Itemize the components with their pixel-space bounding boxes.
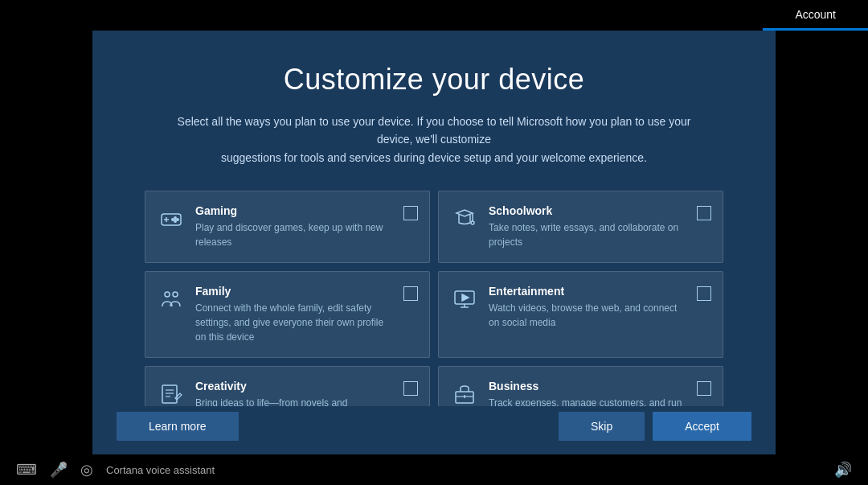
svg-marker-14	[462, 294, 469, 301]
svg-point-9	[165, 292, 170, 297]
volume-icon[interactable]: 🔊	[834, 461, 852, 479]
keyboard-icon[interactable]: ⌨	[16, 461, 37, 479]
schoolwork-content: Schoolwork Take notes, write essays, and…	[489, 204, 687, 249]
creativity-checkbox[interactable]	[403, 381, 418, 396]
main-panel: Customize your device Select all the way…	[92, 31, 776, 454]
microphone-icon[interactable]: 🎤	[50, 461, 68, 479]
cortana-icon[interactable]: ◎	[80, 461, 93, 479]
card-gaming[interactable]: Gaming Play and discover games, keep up …	[145, 191, 430, 263]
creativity-title: Creativity	[195, 380, 394, 393]
svg-point-3	[174, 217, 176, 219]
gaming-content: Gaming Play and discover games, keep up …	[195, 204, 394, 249]
top-bar: Account	[0, 0, 868, 31]
learn-more-button[interactable]: Learn more	[117, 412, 239, 441]
card-family[interactable]: Family Connect with the whole family, ed…	[145, 271, 430, 358]
page-title: Customize your device	[284, 63, 585, 97]
svg-rect-15	[162, 385, 177, 403]
schoolwork-icon	[450, 204, 479, 233]
bottom-area: Learn more Skip Accept	[92, 406, 776, 454]
entertainment-content: Entertainment Watch videos, browse the w…	[489, 285, 687, 330]
account-tab[interactable]: Account	[763, 0, 868, 31]
svg-point-5	[174, 220, 176, 222]
entertainment-title: Entertainment	[489, 285, 687, 298]
family-checkbox[interactable]	[403, 286, 418, 301]
business-checkbox[interactable]	[697, 381, 711, 396]
entertainment-desc: Watch videos, browse the web, and connec…	[489, 301, 687, 330]
svg-point-6	[172, 219, 174, 220]
family-content: Family Connect with the whole family, ed…	[195, 285, 394, 344]
page-subtitle: Select all the ways you plan to use your…	[161, 113, 707, 166]
skip-button[interactable]: Skip	[559, 412, 645, 441]
card-schoolwork[interactable]: Schoolwork Take notes, write essays, and…	[438, 191, 723, 263]
entertainment-checkbox[interactable]	[697, 286, 711, 301]
schoolwork-title: Schoolwork	[489, 204, 687, 217]
gaming-title: Gaming	[195, 204, 394, 217]
family-icon	[157, 285, 186, 314]
schoolwork-checkbox[interactable]	[697, 206, 711, 220]
gaming-desc: Play and discover games, keep up with ne…	[195, 220, 394, 249]
business-title: Business	[489, 380, 687, 393]
gaming-icon	[157, 204, 186, 233]
card-entertainment[interactable]: Entertainment Watch videos, browse the w…	[438, 271, 723, 358]
business-icon	[450, 380, 479, 409]
accept-button[interactable]: Accept	[653, 412, 751, 441]
creativity-icon	[157, 380, 186, 409]
cards-grid: Gaming Play and discover games, keep up …	[145, 191, 723, 438]
cortana-label: Cortana voice assistant	[106, 464, 215, 476]
entertainment-icon	[450, 285, 479, 314]
schoolwork-desc: Take notes, write essays, and collaborat…	[489, 220, 687, 249]
svg-point-4	[177, 219, 178, 220]
family-desc: Connect with the whole family, edit safe…	[195, 301, 394, 344]
family-title: Family	[195, 285, 394, 298]
svg-point-10	[173, 292, 178, 297]
btn-group: Skip Accept	[559, 412, 751, 441]
gaming-checkbox[interactable]	[403, 206, 418, 220]
taskbar: ⌨ 🎤 ◎ Cortana voice assistant 🔊	[0, 454, 868, 485]
svg-point-8	[471, 221, 474, 224]
